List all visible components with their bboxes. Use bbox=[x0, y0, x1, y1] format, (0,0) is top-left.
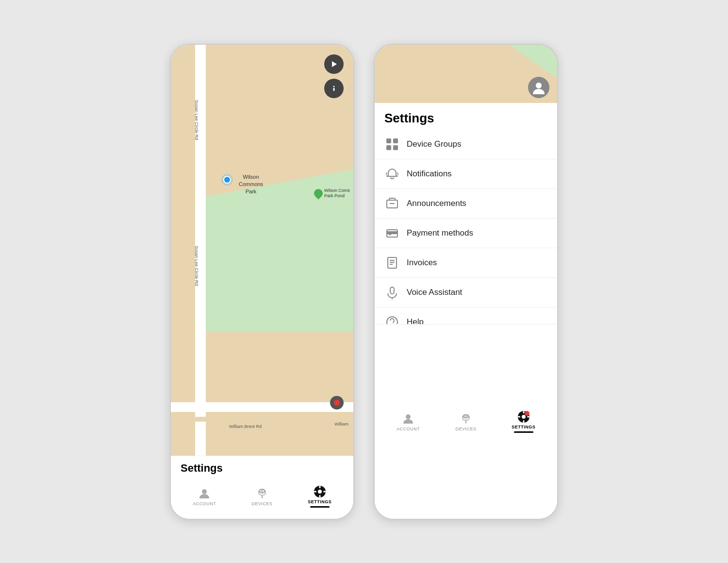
settings-notification-dot bbox=[525, 411, 529, 416]
location-dot bbox=[223, 176, 231, 184]
device-groups-icon bbox=[384, 136, 400, 152]
help-label: Help bbox=[407, 317, 424, 324]
nav-tabs: ACCOUNT DEVICES bbox=[176, 479, 348, 514]
svg-point-16 bbox=[536, 83, 542, 88]
settings-title: Settings bbox=[375, 103, 557, 130]
settings-icon bbox=[313, 485, 327, 498]
svg-point-45 bbox=[465, 422, 467, 423]
announcements-icon bbox=[384, 196, 400, 211]
svg-point-1 bbox=[333, 85, 335, 87]
settings-item-help[interactable]: Help bbox=[375, 307, 557, 324]
svg-marker-0 bbox=[332, 61, 337, 67]
svg-point-8 bbox=[260, 491, 261, 492]
settings-item-notifications[interactable]: Notifications bbox=[375, 159, 557, 189]
right-tab-account-label: ACCOUNT bbox=[397, 427, 420, 431]
settings-item-device-groups[interactable]: Device Groups bbox=[375, 130, 557, 159]
settings-item-payment[interactable]: Payment methods bbox=[375, 219, 557, 248]
invoices-icon bbox=[384, 255, 400, 271]
park-label: WilsonCommonsPark bbox=[239, 173, 263, 196]
settings-item-voice[interactable]: Voice Assistant bbox=[375, 278, 557, 307]
notifications-label: Notifications bbox=[407, 169, 452, 179]
road-divider bbox=[171, 417, 353, 422]
right-settings-tab-indicator bbox=[514, 431, 533, 433]
settings-content: Settings Device Groups bbox=[375, 103, 557, 519]
tab-settings-label: SETTINGS bbox=[308, 499, 331, 504]
road-label-bottom: William Brent Rd bbox=[229, 424, 262, 429]
tab-account-label: ACCOUNT bbox=[193, 501, 216, 506]
right-settings-icon-wrap bbox=[517, 410, 530, 424]
invoices-label: Invoices bbox=[407, 258, 437, 268]
svg-rect-53 bbox=[527, 416, 529, 417]
svg-point-3 bbox=[202, 489, 207, 494]
settings-tab-indicator bbox=[310, 506, 330, 508]
map-area: Susan Lee Circle Rd Susan Lee Circle Rd … bbox=[171, 45, 353, 456]
help-icon bbox=[384, 314, 400, 324]
svg-point-47 bbox=[467, 416, 468, 417]
svg-rect-51 bbox=[523, 420, 524, 423]
svg-rect-13 bbox=[319, 495, 320, 497]
svg-rect-17 bbox=[386, 138, 391, 143]
svg-rect-50 bbox=[523, 411, 524, 413]
device-groups-label: Device Groups bbox=[407, 139, 461, 149]
svg-point-46 bbox=[464, 416, 465, 417]
road-label-left: Susan Lee Circle Rd bbox=[194, 100, 199, 140]
pond-pin: Wilson ComsPark Pond bbox=[314, 188, 350, 199]
settings-list: Device Groups Notifications bbox=[375, 130, 557, 324]
svg-point-49 bbox=[522, 415, 526, 419]
avatar-top-right[interactable] bbox=[528, 77, 549, 98]
right-tab-devices-label: DEVICES bbox=[456, 427, 477, 431]
settings-item-announcements[interactable]: Announcements bbox=[375, 189, 557, 219]
svg-rect-19 bbox=[386, 145, 391, 150]
svg-point-32 bbox=[387, 317, 397, 324]
bottom-bar: Settings ACCOUNT bbox=[171, 456, 353, 519]
svg-rect-52 bbox=[518, 416, 520, 417]
voice-label: Voice Assistant bbox=[407, 288, 462, 297]
tab-devices-label: DEVICES bbox=[252, 501, 273, 506]
svg-rect-18 bbox=[393, 138, 398, 143]
tab-settings[interactable]: SETTINGS bbox=[291, 483, 348, 510]
right-tab-settings[interactable]: SETTINGS bbox=[495, 408, 552, 435]
bottom-bar-title: Settings bbox=[176, 456, 348, 479]
svg-point-9 bbox=[263, 491, 264, 492]
svg-rect-15 bbox=[323, 491, 326, 493]
svg-rect-12 bbox=[319, 486, 320, 488]
svg-point-41 bbox=[406, 414, 411, 419]
tab-account[interactable]: ACCOUNT bbox=[176, 485, 233, 508]
svg-rect-14 bbox=[314, 491, 316, 493]
play-button[interactable] bbox=[324, 54, 344, 74]
road-horizontal-bottom bbox=[171, 402, 353, 412]
right-phone: Settings Device Groups bbox=[374, 44, 558, 520]
info-button[interactable] bbox=[324, 79, 344, 98]
right-account-icon bbox=[401, 412, 415, 426]
left-phone: Susan Lee Circle Rd Susan Lee Circle Rd … bbox=[170, 44, 354, 520]
voice-icon bbox=[384, 285, 400, 300]
svg-rect-30 bbox=[390, 287, 394, 294]
svg-rect-20 bbox=[393, 145, 398, 150]
svg-rect-24 bbox=[387, 232, 397, 234]
right-tab-account[interactable]: ACCOUNT bbox=[380, 410, 437, 433]
right-tab-settings-label: SETTINGS bbox=[512, 425, 535, 429]
payment-icon bbox=[384, 225, 400, 241]
payment-label: Payment methods bbox=[407, 228, 473, 238]
svg-point-11 bbox=[318, 490, 322, 494]
right-nav-tabs: ACCOUNT DEVICES bbox=[375, 324, 557, 519]
devices-icon bbox=[255, 487, 269, 500]
svg-point-7 bbox=[262, 497, 263, 498]
account-icon bbox=[198, 487, 211, 500]
pond-label: Wilson ComsPark Pond bbox=[324, 188, 350, 199]
right-devices-icon bbox=[459, 412, 473, 426]
notifications-icon bbox=[384, 166, 400, 182]
svg-rect-2 bbox=[333, 88, 335, 91]
road-label-right: William bbox=[334, 422, 348, 427]
right-tab-devices[interactable]: DEVICES bbox=[437, 410, 495, 433]
tracker-dot[interactable] bbox=[330, 396, 344, 409]
tab-devices[interactable]: DEVICES bbox=[233, 485, 291, 508]
settings-map-header bbox=[375, 45, 557, 103]
settings-item-invoices[interactable]: Invoices bbox=[375, 248, 557, 278]
announcements-label: Announcements bbox=[407, 199, 466, 208]
road-label-left2: Susan Lee Circle Rd bbox=[194, 245, 199, 286]
